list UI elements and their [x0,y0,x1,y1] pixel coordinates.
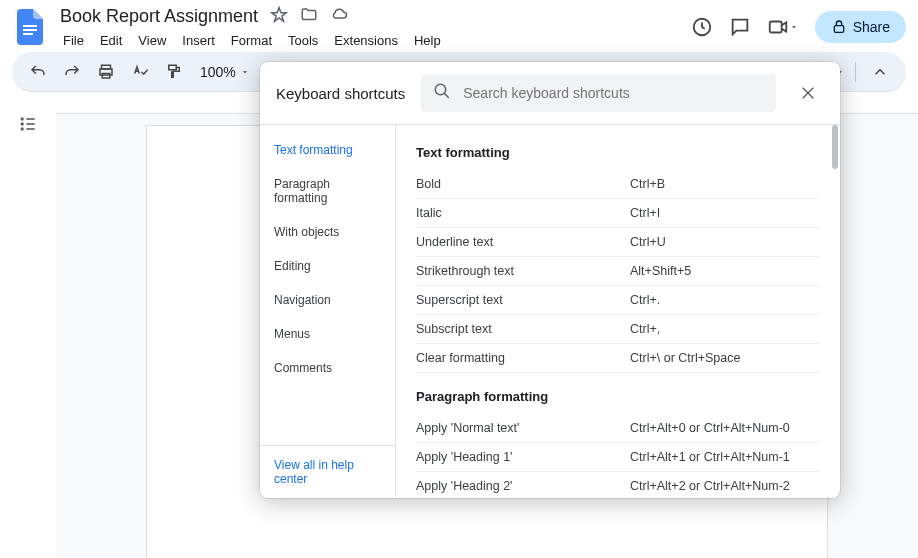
shortcut-row: BoldCtrl+B [416,170,820,199]
search-input[interactable] [463,85,764,101]
search-icon [433,82,451,104]
sidebar-item-text-formatting[interactable]: Text formatting [260,133,395,167]
shortcut-row: ItalicCtrl+I [416,199,820,228]
sidebar-item-navigation[interactable]: Navigation [260,283,395,317]
shortcut-row: Apply 'Heading 2'Ctrl+Alt+2 or Ctrl+Alt+… [416,472,820,498]
shortcut-row: Strikethrough textAlt+Shift+5 [416,257,820,286]
svg-point-16 [436,84,447,95]
shortcut-row: Clear formattingCtrl+\ or Ctrl+Space [416,344,820,373]
modal-title: Keyboard shortcuts [276,85,405,102]
shortcuts-content[interactable]: Text formatting BoldCtrl+B ItalicCtrl+I … [396,125,840,498]
sidebar-item-with-objects[interactable]: With objects [260,215,395,249]
modal-sidebar: Text formatting Paragraph formatting Wit… [260,125,396,498]
modal-backdrop: Keyboard shortcuts Text formatting Parag… [0,0,918,558]
modal-body: Text formatting Paragraph formatting Wit… [260,124,840,498]
sidebar-item-comments[interactable]: Comments [260,351,395,385]
section-heading-text-formatting: Text formatting [416,141,820,170]
svg-line-17 [445,93,450,98]
sidebar-item-paragraph-formatting[interactable]: Paragraph formatting [260,167,395,215]
keyboard-shortcuts-modal: Keyboard shortcuts Text formatting Parag… [260,62,840,498]
shortcut-row: Underline textCtrl+U [416,228,820,257]
modal-header: Keyboard shortcuts [260,62,840,124]
view-all-help-link[interactable]: View all in help center [260,445,395,498]
search-box[interactable] [421,74,776,112]
section-heading-paragraph-formatting: Paragraph formatting [416,385,820,414]
shortcut-row: Superscript textCtrl+. [416,286,820,315]
sidebar-item-menus[interactable]: Menus [260,317,395,351]
scrollbar-thumb[interactable] [832,125,838,169]
shortcut-row: Apply 'Normal text'Ctrl+Alt+0 or Ctrl+Al… [416,414,820,443]
close-button[interactable] [792,77,824,109]
shortcut-row: Subscript textCtrl+, [416,315,820,344]
sidebar-item-editing[interactable]: Editing [260,249,395,283]
shortcut-row: Apply 'Heading 1'Ctrl+Alt+1 or Ctrl+Alt+… [416,443,820,472]
